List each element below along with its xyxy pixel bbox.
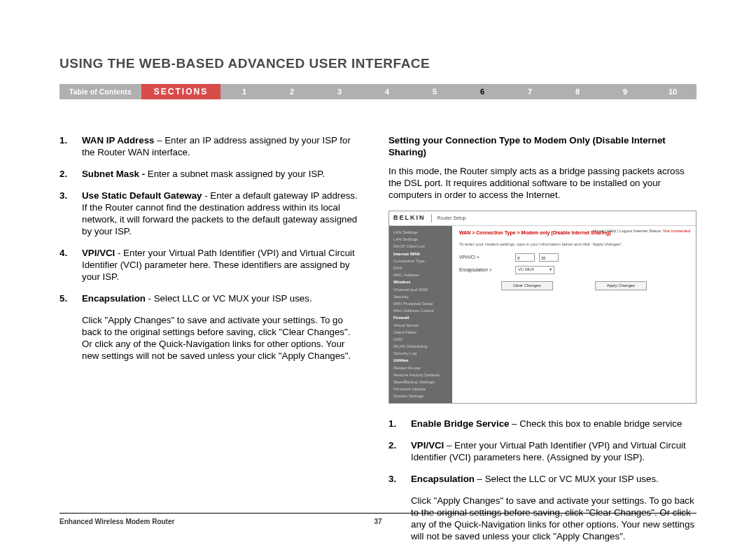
shot-enc-select[interactable]: VC MUX ▾ bbox=[515, 266, 554, 274]
left-list-item: 1.WAN IP Address – Enter an IP address a… bbox=[59, 134, 360, 158]
shot-sidebar-item[interactable]: Firmware Update bbox=[393, 385, 448, 392]
list-text: Enable Bridge Service – Check this box t… bbox=[411, 418, 696, 430]
list-number: 2. bbox=[388, 439, 411, 463]
section-link-10[interactable]: 10 bbox=[649, 84, 696, 99]
right-column: Setting your Connection Type to Modem On… bbox=[388, 134, 696, 545]
shot-sidebar-item[interactable]: WLAN Scheduling bbox=[393, 343, 448, 350]
shot-sidebar: LAN SettingsLAN SettingsDHCP Client List… bbox=[389, 226, 452, 403]
shot-apply-button[interactable]: Apply Changes bbox=[595, 281, 648, 291]
shot-vpi-a[interactable]: 8 bbox=[515, 253, 535, 262]
left-list-item: 3.Use Static Default Gateway - Enter a d… bbox=[59, 190, 360, 237]
list-number: 3. bbox=[388, 473, 411, 485]
section-link-2[interactable]: 2 bbox=[268, 84, 316, 99]
section-link-9[interactable]: 9 bbox=[601, 84, 649, 99]
shot-hint: To enter your modem settings, type in yo… bbox=[459, 242, 689, 248]
section-link-1[interactable]: 1 bbox=[220, 84, 268, 99]
shot-vpi-b[interactable]: 35 bbox=[539, 253, 559, 262]
section-nav: Table of Contents SECTIONS 12345678910 bbox=[59, 84, 696, 99]
right-list-item: 1.Enable Bridge Service – Check this box… bbox=[388, 418, 696, 430]
shot-sidebar-item[interactable]: Security bbox=[393, 293, 448, 300]
shot-sidebar-item[interactable]: Security Log bbox=[393, 350, 448, 357]
shot-sidebar-item[interactable]: DHCP Client List bbox=[393, 243, 448, 250]
shot-sidebar-item[interactable]: Client Filters bbox=[393, 329, 448, 336]
shot-meta: Home | Help | Logout Internet Status: No… bbox=[593, 229, 690, 234]
shot-sidebar-item[interactable]: Restart Router bbox=[393, 364, 448, 371]
shot-sidebar-item[interactable]: MAC Address Control bbox=[393, 307, 448, 314]
right-subhead: Setting your Connection Type to Modem On… bbox=[388, 134, 696, 158]
shot-sidebar-item[interactable]: Restore Factory Defaults bbox=[393, 371, 448, 378]
left-list-item: 5.Encapsulation - Select LLC or VC MUX y… bbox=[59, 292, 360, 304]
list-text: WAN IP Address – Enter an IP address ass… bbox=[82, 134, 360, 158]
shot-sidebar-item[interactable]: Firewall bbox=[393, 314, 448, 321]
shot-sidebar-item[interactable]: Save/Backup Settings bbox=[393, 378, 448, 385]
footer-page-number: 37 bbox=[374, 518, 382, 525]
shot-sidebar-item[interactable]: WiFi Protected Setup bbox=[393, 300, 448, 307]
shot-sidebar-item[interactable]: DMZ bbox=[393, 336, 448, 343]
section-link-5[interactable]: 5 bbox=[411, 84, 458, 99]
section-link-6[interactable]: 6 bbox=[458, 84, 506, 99]
shot-vpi-label: VPI/VCI > bbox=[459, 255, 515, 260]
list-text: Use Static Default Gateway - Enter a def… bbox=[82, 190, 360, 237]
shot-sidebar-item[interactable]: MAC Address bbox=[393, 271, 448, 278]
section-link-7[interactable]: 7 bbox=[506, 84, 554, 99]
shot-sidebar-item[interactable]: LAN Settings bbox=[393, 236, 448, 243]
shot-sidebar-item[interactable]: LAN Settings bbox=[393, 229, 448, 236]
left-column: 1.WAN IP Address – Enter an IP address a… bbox=[59, 134, 360, 545]
shot-sidebar-item[interactable]: Utilities bbox=[393, 357, 448, 364]
list-number: 5. bbox=[59, 292, 82, 304]
list-text: Subnet Mask - Enter a subnet mask assign… bbox=[82, 168, 360, 180]
list-number: 4. bbox=[59, 247, 82, 283]
section-link-3[interactable]: 3 bbox=[316, 84, 363, 99]
shot-title: Router Setup bbox=[438, 215, 466, 222]
right-list-item: 3.Encapsulation – Select the LLC or VC M… bbox=[388, 473, 696, 485]
list-number: 3. bbox=[59, 190, 82, 237]
list-text: VPI/VCI - Enter your Virtual Path Identi… bbox=[82, 247, 360, 283]
shot-sidebar-item[interactable]: Virtual Server bbox=[393, 322, 448, 329]
list-text: Encapsulation – Select the LLC or VC MUX… bbox=[411, 473, 696, 485]
shot-sidebar-item[interactable]: Wireless bbox=[393, 278, 448, 285]
section-link-4[interactable]: 4 bbox=[363, 84, 411, 99]
list-text: Encapsulation - Select LLC or VC MUX you… bbox=[82, 292, 360, 304]
list-text: VPI/VCI – Enter your Virtual Path Identi… bbox=[411, 439, 696, 463]
list-number: 1. bbox=[59, 134, 82, 158]
shot-enc-label: Encapsulation > bbox=[459, 267, 515, 273]
left-list-item: 4.VPI/VCI - Enter your Virtual Path Iden… bbox=[59, 247, 360, 283]
shot-sidebar-item[interactable]: Connection Type bbox=[393, 257, 448, 264]
router-screenshot: BELKIN Router Setup LAN SettingsLAN Sett… bbox=[388, 211, 696, 404]
shot-sidebar-item[interactable]: Channel and SSID bbox=[393, 286, 448, 293]
shot-sidebar-item[interactable]: System Settings bbox=[393, 392, 448, 399]
shot-clear-button[interactable]: Clear Changes bbox=[501, 281, 553, 291]
right-intro: In this mode, the Router simply acts as … bbox=[388, 165, 696, 201]
right-list-item: 2.VPI/VCI – Enter your Virtual Path Iden… bbox=[388, 439, 696, 463]
shot-logo: BELKIN bbox=[393, 214, 426, 222]
list-number: 2. bbox=[59, 168, 82, 180]
chevron-down-icon: ▾ bbox=[550, 267, 552, 273]
page-footer: Enhanced Wireless Modem Router 37 bbox=[59, 513, 696, 525]
left-list-item: 2.Subnet Mask - Enter a subnet mask assi… bbox=[59, 168, 360, 180]
list-number: 1. bbox=[388, 418, 411, 430]
shot-sidebar-item[interactable]: DNS bbox=[393, 264, 448, 271]
sections-label: SECTIONS bbox=[141, 84, 220, 99]
shot-sidebar-item[interactable]: Internet WAN bbox=[393, 250, 448, 257]
section-link-8[interactable]: 8 bbox=[554, 84, 601, 99]
page-title: USING THE WEB-BASED ADVANCED USER INTERF… bbox=[59, 56, 696, 71]
left-paragraph: Click "Apply Changes" to save and activa… bbox=[82, 314, 360, 362]
toc-link[interactable]: Table of Contents bbox=[59, 84, 141, 99]
